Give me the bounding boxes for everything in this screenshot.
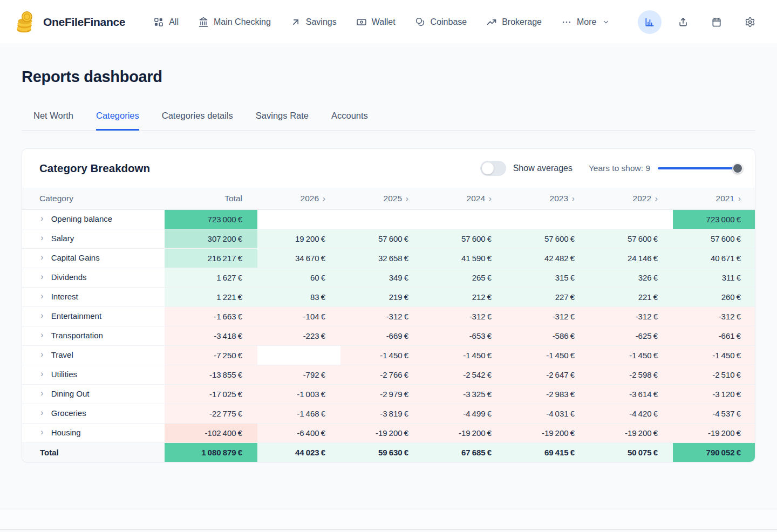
upload-icon	[678, 17, 689, 28]
expand-chevron-icon[interactable]: ›	[40, 310, 44, 321]
expand-chevron-icon[interactable]: ›	[40, 252, 44, 263]
amount-cell: -2 647 €	[507, 365, 590, 384]
amount-cell: 349 €	[340, 268, 424, 287]
arrow-up-right-icon	[290, 17, 301, 28]
category-cell[interactable]: ›Groceries	[22, 404, 165, 423]
amount-cell: 60 €	[257, 268, 340, 287]
column-header-2022[interactable]: 2022›	[590, 188, 673, 209]
amount-cell: -13 855 €	[165, 365, 257, 384]
expand-chevron-icon[interactable]: ›	[40, 291, 44, 302]
tab-categories-details[interactable]: Categories details	[162, 107, 233, 131]
tab-categories[interactable]: Categories	[96, 107, 139, 131]
expand-chevron-icon[interactable]: ›	[40, 407, 44, 418]
amount-cell: 40 671 €	[673, 248, 755, 268]
chevron-right-icon[interactable]: ›	[655, 194, 658, 203]
tab-accounts[interactable]: Accounts	[331, 107, 368, 131]
category-name: Utilities	[51, 370, 77, 379]
column-header-2026[interactable]: 2026›	[257, 188, 340, 209]
main-content: Reports dashboard Net WorthCategoriesCat…	[0, 44, 777, 509]
amount-cell: -3 325 €	[424, 384, 507, 404]
amount-cell: 227 €	[507, 287, 590, 306]
chevron-right-icon[interactable]: ›	[738, 194, 741, 203]
trending-up-icon	[486, 17, 497, 28]
calendar-button[interactable]	[705, 10, 728, 34]
years-slider[interactable]	[658, 162, 738, 174]
reports-button[interactable]	[638, 10, 662, 34]
chevron-right-icon[interactable]: ›	[572, 194, 575, 203]
nav-item-label: Brokerage	[502, 17, 542, 27]
category-breakdown-table: CategoryTotal2026›2025›2024›2023›2022›20…	[22, 188, 755, 462]
chevron-right-icon[interactable]: ›	[489, 194, 492, 203]
amount-cell	[507, 209, 590, 229]
expand-chevron-icon[interactable]: ›	[40, 213, 44, 224]
nav-item-coinbase[interactable]: Coinbase	[415, 17, 467, 28]
expand-chevron-icon[interactable]: ›	[40, 427, 44, 438]
category-cell[interactable]: ›Dining Out	[22, 384, 165, 404]
tab-savings-rate[interactable]: Savings Rate	[256, 107, 309, 131]
category-cell[interactable]: ›Utilities	[22, 365, 165, 384]
category-cell[interactable]: ›Opening balance	[22, 209, 165, 229]
total-row: Total1 080 879 €44 023 €59 630 €67 685 €…	[22, 442, 755, 462]
amount-cell: -1 450 €	[507, 345, 590, 365]
tab-net-worth[interactable]: Net Worth	[33, 107, 73, 131]
years-to-show-value: 9	[645, 163, 650, 173]
nav-item-more[interactable]: More	[561, 17, 610, 28]
category-cell[interactable]: ›Dividends	[22, 268, 165, 287]
show-averages-control: Show averages	[480, 161, 572, 176]
category-name: Dining Out	[51, 389, 90, 398]
amount-cell: -312 €	[590, 306, 673, 326]
amount-cell: -3 819 €	[340, 404, 424, 423]
category-cell[interactable]: ›Housing	[22, 423, 165, 442]
expand-chevron-icon[interactable]: ›	[40, 369, 44, 379]
table-row: ›Groceries-22 775 €-1 468 €-3 819 €-4 49…	[22, 404, 755, 423]
table-row: ›Transportation-3 418 €-223 €-669 €-653 …	[22, 326, 755, 345]
show-averages-toggle[interactable]	[480, 161, 506, 176]
nav-item-all[interactable]: All	[153, 17, 179, 28]
amount-cell: 723 000 €	[165, 209, 257, 229]
amount-cell	[257, 345, 340, 365]
amount-cell: 41 590 €	[424, 248, 507, 268]
amount-cell	[340, 209, 424, 229]
nav-item-brokerage[interactable]: Brokerage	[486, 17, 542, 28]
table-row: ›Capital Gains216 217 €34 670 €32 658 €4…	[22, 248, 755, 268]
amount-cell: 723 000 €	[673, 209, 755, 229]
expand-chevron-icon[interactable]: ›	[40, 233, 44, 243]
amount-cell: -19 200 €	[340, 423, 424, 442]
category-name: Entertainment	[51, 311, 101, 320]
nav-item-wallet[interactable]: Wallet	[356, 17, 396, 28]
export-button[interactable]	[671, 10, 695, 34]
slider-thumb[interactable]	[732, 163, 743, 174]
brand-home-link[interactable]: OneFileFinance	[15, 11, 125, 33]
amount-cell: -2 979 €	[340, 384, 424, 404]
category-cell[interactable]: ›Travel	[22, 345, 165, 365]
amount-cell: -1 450 €	[424, 345, 507, 365]
expand-chevron-icon[interactable]: ›	[40, 388, 44, 399]
ellipsis-icon	[561, 17, 572, 28]
expand-chevron-icon[interactable]: ›	[40, 349, 44, 360]
amount-cell: -4 499 €	[424, 404, 507, 423]
nav-item-label: Main Checking	[214, 17, 271, 27]
category-breakdown-card: Category Breakdown Show averages Years t…	[22, 148, 755, 462]
bar-chart-icon	[644, 17, 655, 28]
coins-icon	[415, 17, 426, 28]
amount-cell: 59 630 €	[340, 442, 424, 462]
settings-button[interactable]	[738, 10, 762, 34]
column-header-2024[interactable]: 2024›	[424, 188, 507, 209]
chevron-right-icon[interactable]: ›	[406, 194, 408, 203]
years-to-show-control: Years to show: 9	[589, 162, 738, 174]
category-cell[interactable]: ›Capital Gains	[22, 248, 165, 268]
nav-item-savings[interactable]: Savings	[290, 17, 337, 28]
column-header-2021[interactable]: 2021›	[673, 188, 755, 209]
amount-cell: -19 200 €	[507, 423, 590, 442]
expand-chevron-icon[interactable]: ›	[40, 271, 44, 282]
chevron-right-icon[interactable]: ›	[323, 194, 325, 203]
nav-item-label: More	[577, 17, 596, 27]
category-cell[interactable]: ›Salary	[22, 229, 165, 248]
column-header-2023[interactable]: 2023›	[507, 188, 590, 209]
expand-chevron-icon[interactable]: ›	[40, 330, 44, 340]
category-cell[interactable]: ›Transportation	[22, 326, 165, 345]
nav-item-main-checking[interactable]: Main Checking	[198, 17, 271, 28]
category-cell[interactable]: ›Entertainment	[22, 306, 165, 326]
category-cell[interactable]: ›Interest	[22, 287, 165, 306]
column-header-2025[interactable]: 2025›	[340, 188, 424, 209]
